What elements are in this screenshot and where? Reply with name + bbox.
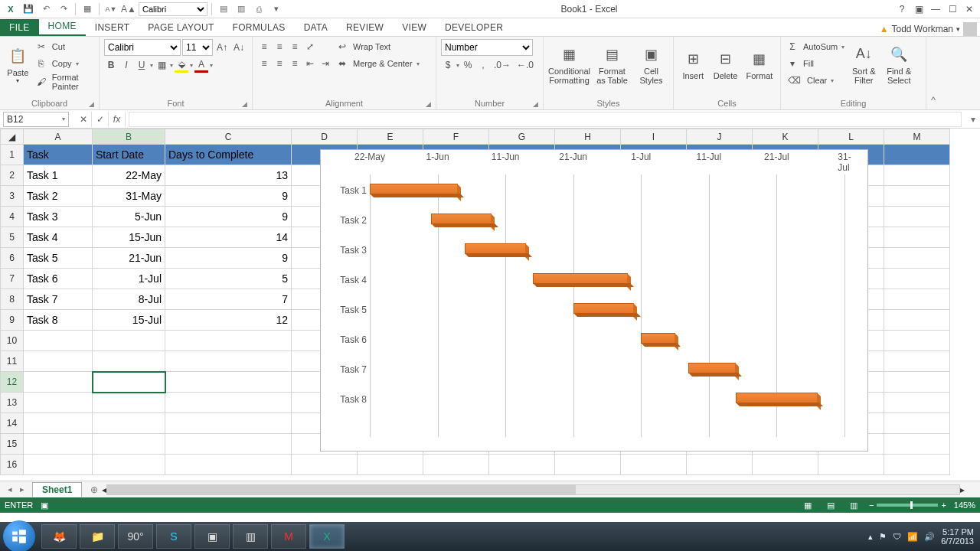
minimize-icon[interactable]: — [928,2,943,16]
col-header[interactable]: G [489,129,555,145]
gantt-bar[interactable] [431,214,492,224]
redo-icon[interactable]: ↷ [56,2,71,17]
align-left-icon[interactable]: ≡ [257,56,271,71]
fill-button[interactable]: Fill [801,59,816,68]
save-icon[interactable]: 💾 [21,2,36,17]
copy-button[interactable]: Copy [50,59,74,68]
gantt-bar[interactable] [736,393,817,403]
page-break-view-icon[interactable]: ▥ [846,500,861,510]
clear-icon[interactable]: ⌫ [786,73,803,88]
dec-decimal-icon[interactable]: ←.0 [514,57,536,73]
fill-color-icon[interactable]: ⬙ [175,57,188,73]
col-header[interactable]: H [555,129,621,145]
sort-filter-button[interactable]: A↓Sort & Filter [848,39,880,90]
col-header[interactable]: K [753,129,818,145]
tab-home[interactable]: HOME [39,18,86,36]
tab-developer[interactable]: DEVELOPER [436,19,512,36]
col-header[interactable]: D [292,129,358,145]
autosum-button[interactable]: AutoSum [801,42,840,51]
format-cells-button[interactable]: ▦Format [743,39,776,90]
help-icon[interactable]: ? [894,2,910,16]
volume-icon[interactable]: 🔊 [924,532,935,542]
italic-button[interactable]: I [119,57,133,73]
font-color-icon[interactable]: A [194,57,208,73]
col-header[interactable]: A [24,129,93,145]
col-header[interactable]: L [818,129,884,145]
formula-bar[interactable] [129,112,962,127]
shrink-font-icon[interactable]: A↓ [231,40,247,55]
new-sheet-icon[interactable]: ⊕ [87,484,102,495]
wrap-icon[interactable]: ↩ [335,39,349,54]
col-header[interactable]: E [358,129,423,145]
sheet-nav-first-icon[interactable]: ◂ [5,484,15,494]
inc-decimal-icon[interactable]: .0→ [492,57,513,73]
tab-data[interactable]: DATA [295,19,337,36]
border-icon[interactable]: ▦ [155,57,168,73]
zoom-level[interactable]: 145% [954,500,975,510]
tab-view[interactable]: VIEW [393,19,436,36]
align-mid-icon[interactable]: ≡ [273,39,286,54]
qat-btn[interactable]: ▦ [80,2,95,17]
format-painter-button[interactable]: Format Painter [50,73,94,91]
maximize-icon[interactable]: ☐ [945,2,960,16]
app-icon[interactable]: ▣ [194,524,230,549]
macro-record-icon[interactable]: ▣ [41,500,48,510]
gantt-bar[interactable] [688,363,736,373]
qat-font-select[interactable]: Calibri [139,2,207,16]
file-explorer-icon[interactable]: 📁 [80,524,115,549]
mcafee-icon[interactable]: M [271,524,306,549]
bold-button[interactable]: B [104,57,118,73]
col-header[interactable]: B [93,129,165,145]
find-select-button[interactable]: 🔍Find & Select [883,39,915,90]
collapse-ribbon-icon[interactable]: ^ [926,37,940,109]
font-dec-icon[interactable]: A▼ [103,2,119,17]
copy-icon[interactable]: ⎘ [34,56,48,71]
format-as-table-button[interactable]: ▤Format as Table [593,39,631,90]
align-right-icon[interactable]: ≡ [288,56,302,71]
sheet-nav-last-icon[interactable]: ▸ [17,484,28,494]
horizontal-scrollbar[interactable]: ◂▸ [102,484,965,495]
font-inc-icon[interactable]: A▲ [121,2,136,17]
underline-button[interactable]: U [135,57,149,73]
page-layout-view-icon[interactable]: ▤ [823,500,838,510]
percent-icon[interactable]: % [461,57,475,73]
align-bot-icon[interactable]: ≡ [288,39,302,54]
gantt-bar[interactable] [641,333,675,344]
fill-icon[interactable]: ▾ [786,56,799,71]
currency-icon[interactable]: $ [441,57,455,73]
tray-expand-icon[interactable]: ▴ [868,532,873,542]
expand-formula-icon[interactable]: ▾ [966,114,980,125]
align-center-icon[interactable]: ≡ [273,56,286,71]
wrap-text-button[interactable]: Wrap Text [351,42,393,51]
orientation-icon[interactable]: ⤢ [303,39,317,54]
merge-center-button[interactable]: Merge & Center [351,59,415,68]
weather-widget[interactable]: 90° [118,524,153,549]
cut-button[interactable]: Cut [50,42,67,51]
tab-insert[interactable]: INSERT [86,19,139,36]
enter-icon[interactable]: ✓ [92,112,109,127]
undo-icon[interactable]: ↶ [38,2,54,17]
ribbon-options-icon[interactable]: ▣ [911,2,926,16]
font-size-select[interactable]: 11 [182,39,213,56]
tray-icon[interactable]: 🛡 [893,532,901,541]
col-header[interactable]: J [687,129,753,145]
zoom-slider[interactable]: −+ [869,500,946,510]
cell-styles-button[interactable]: ▣Cell Styles [634,39,668,90]
system-clock[interactable]: 5:17 PM6/7/2013 [941,527,974,546]
gantt-bar[interactable] [370,184,458,194]
normal-view-icon[interactable]: ▦ [800,500,815,510]
select-all-corner[interactable]: ◢ [1,129,24,145]
tab-file[interactable]: FILE [0,19,39,36]
align-top-icon[interactable]: ≡ [257,39,271,54]
painter-icon[interactable]: 🖌 [34,74,48,90]
indent-dec-icon[interactable]: ⇤ [303,56,317,71]
insert-cells-button[interactable]: ⊞Insert [678,39,707,90]
qat-btn[interactable]: ▥ [234,2,249,17]
font-name-select[interactable]: Calibri [104,39,181,56]
delete-cells-button[interactable]: ⊟Delete [710,39,740,90]
gantt-chart[interactable]: 22-May1-Jun11-Jun21-Jun1-Jul11-Jul21-Jul… [320,149,868,452]
comma-icon[interactable]: , [476,57,490,73]
tray-icon[interactable]: ⚑ [879,532,887,542]
excel-taskbar-icon[interactable]: X [309,524,345,549]
sheet-tab[interactable]: Sheet1 [32,482,82,497]
